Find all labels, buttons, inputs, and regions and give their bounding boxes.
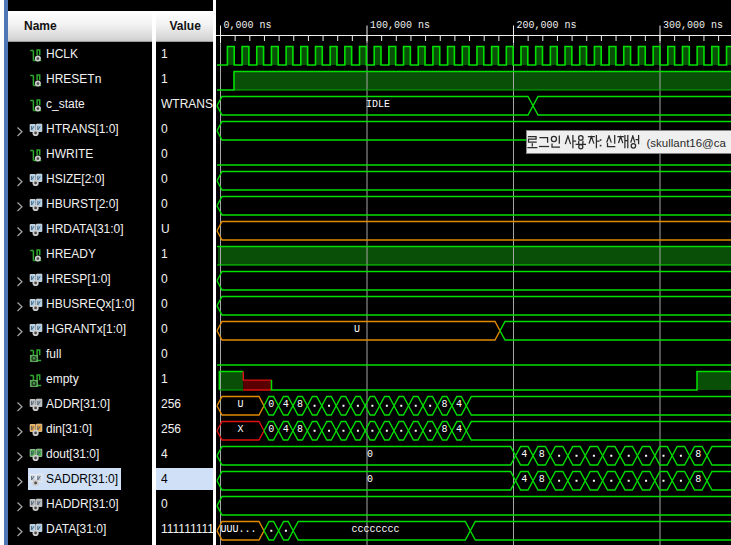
svg-text:4: 4	[521, 449, 527, 460]
svg-text:U: U	[354, 324, 360, 335]
svg-text:4: 4	[456, 424, 462, 435]
svg-text:0: 0	[268, 399, 274, 410]
svg-text:300,000 ns: 300,000 ns	[663, 20, 723, 31]
svg-text:IDLE: IDLE	[366, 99, 390, 110]
svg-text:0: 0	[268, 424, 274, 435]
svg-text:8: 8	[442, 424, 448, 435]
svg-text:200,000 ns: 200,000 ns	[517, 20, 577, 31]
svg-text:8: 8	[695, 474, 701, 485]
svg-text:0,000 ns: 0,000 ns	[224, 20, 272, 31]
svg-text:X: X	[237, 424, 243, 435]
svg-text:UUU...: UUU...	[220, 524, 256, 535]
svg-text:0: 0	[367, 449, 373, 460]
svg-text:8: 8	[442, 399, 448, 410]
svg-text:cccccccc: cccccccc	[351, 524, 399, 535]
svg-text:0: 0	[367, 474, 373, 485]
svg-text:8: 8	[297, 424, 303, 435]
svg-text:100,000 ns: 100,000 ns	[370, 20, 430, 31]
svg-text:U: U	[237, 399, 243, 410]
svg-text:(skullant16@ca: (skullant16@ca	[647, 137, 727, 149]
svg-text:8: 8	[539, 474, 545, 485]
svg-text:4: 4	[283, 424, 289, 435]
svg-text:8: 8	[297, 399, 303, 410]
svg-text:4: 4	[283, 399, 289, 410]
svg-text:8: 8	[695, 449, 701, 460]
svg-text:4: 4	[456, 399, 462, 410]
svg-text:4: 4	[521, 474, 527, 485]
svg-text:8: 8	[539, 449, 545, 460]
